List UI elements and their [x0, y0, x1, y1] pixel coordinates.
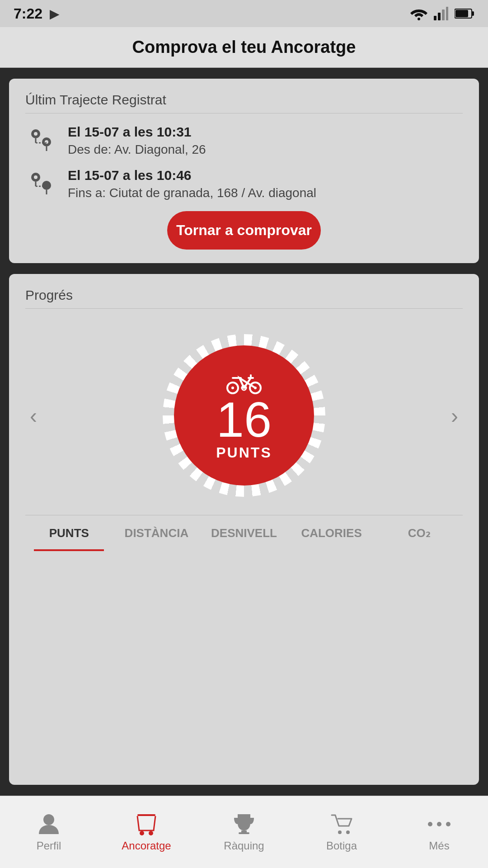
tab-calories[interactable]: CALORIES: [288, 515, 375, 551]
nav-item-mes[interactable]: Més: [390, 812, 488, 852]
signal-icon: [434, 7, 448, 20]
svg-point-13: [34, 175, 38, 179]
svg-point-23: [149, 831, 153, 835]
app-header: Comprova el teu Ancoratge: [0, 27, 488, 68]
play-icon: ▶: [50, 6, 60, 21]
route-start-info: El 15-07 a les 10:31 Des de: Av. Diagona…: [68, 124, 206, 157]
svg-rect-24: [241, 830, 247, 832]
last-trip-title: Últim Trajecte Registrat: [25, 92, 463, 113]
route-end-address: Fins a: Ciutat de granada, 168 / Av. dia…: [68, 186, 316, 200]
svg-rect-4: [446, 7, 448, 20]
status-time: 7:22: [14, 5, 42, 22]
svg-rect-21: [137, 814, 155, 816]
main-content: Últim Trajecte Registrat El 15-07 a les …: [0, 68, 488, 796]
prev-arrow-button[interactable]: ‹: [25, 403, 42, 428]
svg-rect-7: [455, 10, 468, 17]
cart-icon: [330, 812, 353, 836]
route-start-address: Des de: Av. Diagonal, 26: [68, 142, 206, 157]
route-start: El 15-07 a les 10:31 Des de: Av. Diagona…: [25, 124, 463, 157]
more-icon: [428, 812, 450, 836]
circle-inner: 16 PUNTS: [174, 345, 314, 486]
svg-point-20: [43, 814, 54, 825]
tab-punts[interactable]: PUNTS: [25, 515, 113, 551]
progress-tabs: PUNTS DISTÀNCIA DESNIVELL CALORIES CO₂: [25, 515, 463, 551]
route-end-time: El 15-07 a les 10:46: [68, 168, 316, 183]
svg-point-22: [140, 831, 144, 835]
status-bar: 7:22 ▶: [0, 0, 488, 27]
svg-point-0: [418, 18, 420, 20]
progress-card: Progrés ‹: [9, 274, 479, 785]
svg-rect-25: [239, 832, 249, 834]
tab-co2[interactable]: CO₂: [375, 515, 463, 551]
svg-point-26: [338, 830, 342, 834]
svg-rect-3: [442, 9, 445, 20]
progress-title: Progrés: [25, 288, 463, 309]
progress-value: 16: [216, 395, 272, 444]
nav-item-botiga[interactable]: Botiga: [293, 812, 390, 852]
svg-point-27: [346, 830, 350, 834]
progress-display: ‹: [25, 316, 463, 510]
nav-label-ancoratge: Ancoratge: [122, 840, 171, 852]
svg-point-17: [231, 387, 234, 389]
last-trip-card: Últim Trajecte Registrat El 15-07 a les …: [9, 79, 479, 263]
check-again-button[interactable]: Tornar a comprovar: [167, 211, 321, 250]
svg-rect-1: [434, 16, 436, 20]
tab-desnivell[interactable]: DESNIVELL: [200, 515, 288, 551]
battery-icon: [455, 8, 474, 19]
next-arrow-button[interactable]: ›: [446, 403, 463, 428]
nav-label-perfil: Perfil: [37, 840, 61, 852]
bike-icon: [226, 370, 262, 395]
trophy-icon: [232, 812, 256, 836]
bottom-nav: Perfil Ancoratge Ràquing Botiga: [0, 796, 488, 868]
nav-label-mes: Més: [429, 840, 449, 852]
route-end-icon: [25, 168, 57, 199]
nav-item-ranquing[interactable]: Ràquing: [195, 812, 293, 852]
nav-item-ancoratge[interactable]: Ancoratge: [98, 812, 195, 852]
person-icon: [37, 812, 61, 836]
route-start-time: El 15-07 a les 10:31: [68, 124, 206, 140]
progress-circle: 16 PUNTS: [163, 334, 325, 497]
svg-point-14: [42, 181, 51, 190]
page-title: Comprova el teu Ancoratge: [132, 38, 356, 57]
tab-distancia[interactable]: DISTÀNCIA: [113, 515, 201, 551]
route-start-icon: [25, 124, 57, 156]
svg-rect-6: [472, 11, 474, 16]
nav-item-perfil[interactable]: Perfil: [0, 812, 98, 852]
svg-rect-2: [438, 13, 441, 20]
wifi-icon: [410, 7, 427, 20]
svg-point-9: [34, 132, 38, 136]
route-end-info: El 15-07 a les 10:46 Fins a: Ciutat de g…: [68, 168, 316, 200]
nav-label-botiga: Botiga: [326, 840, 357, 852]
anchor-bike-icon: [134, 812, 159, 836]
progress-unit: PUNTS: [216, 444, 272, 461]
route-end: El 15-07 a les 10:46 Fins a: Ciutat de g…: [25, 168, 463, 200]
nav-label-ranquing: Ràquing: [224, 840, 264, 852]
status-icons: [410, 7, 474, 20]
